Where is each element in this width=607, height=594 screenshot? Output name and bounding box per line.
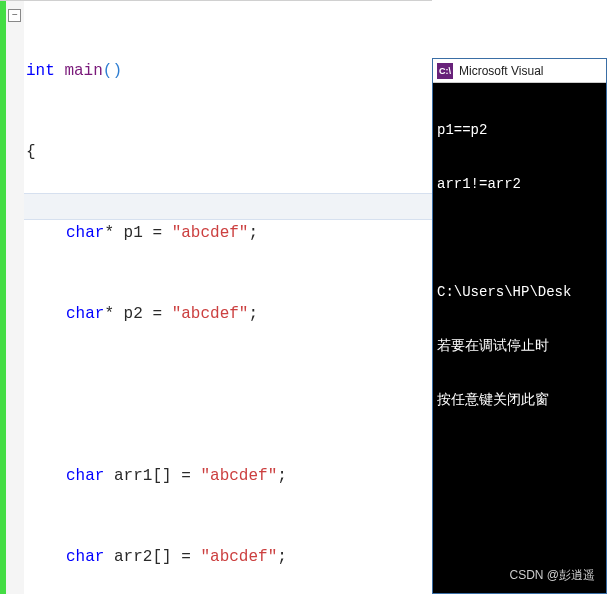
code-line: { xyxy=(26,139,327,166)
code-line: char* p1 = "abcdef"; xyxy=(26,220,327,247)
fold-column xyxy=(6,1,24,594)
code-content[interactable]: int main() { char* p1 = "abcdef"; char* … xyxy=(26,4,327,594)
console-line: p1==p2 xyxy=(437,121,602,139)
blank-line xyxy=(26,382,327,409)
console-line: 按任意键关闭此窗 xyxy=(437,391,602,409)
code-editor[interactable]: − int main() { char* p1 = "abcdef"; char… xyxy=(0,0,432,594)
code-line: char* p2 = "abcdef"; xyxy=(26,301,327,328)
code-line: int main() xyxy=(26,58,327,85)
console-titlebar[interactable]: C:\ Microsoft Visual xyxy=(433,59,606,83)
console-line: C:\Users\HP\Desk xyxy=(437,283,602,301)
code-line: char arr1[] = "abcdef"; xyxy=(26,463,327,490)
console-line: arr1!=arr2 xyxy=(437,175,602,193)
collapse-icon[interactable]: − xyxy=(8,9,21,22)
watermark-text: CSDN @彭逍遥 xyxy=(509,567,595,584)
console-app-icon: C:\ xyxy=(437,63,453,79)
code-line: char arr2[] = "abcdef"; xyxy=(26,544,327,571)
console-line: 若要在调试停止时 xyxy=(437,337,602,355)
console-window[interactable]: C:\ Microsoft Visual p1==p2 arr1!=arr2 C… xyxy=(432,58,607,594)
console-blank-line xyxy=(437,229,602,247)
console-title: Microsoft Visual xyxy=(459,64,543,78)
console-output: p1==p2 arr1!=arr2 C:\Users\HP\Desk 若要在调试… xyxy=(433,83,606,447)
